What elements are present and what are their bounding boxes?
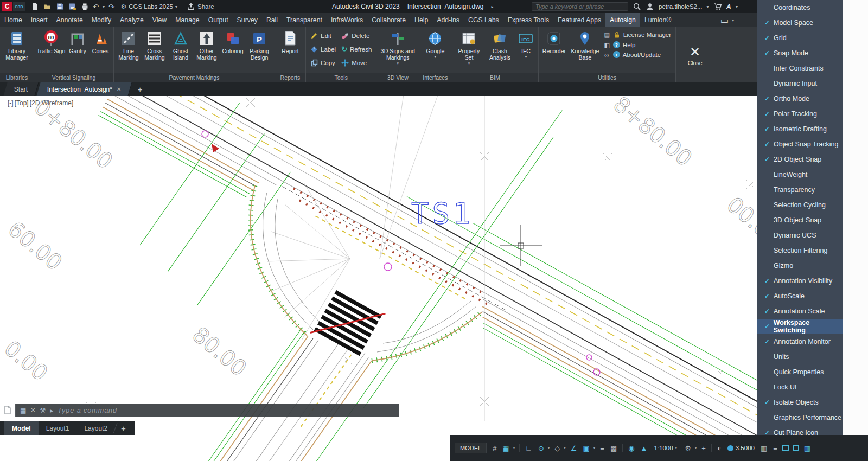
ribbon-tab[interactable]: Modify — [87, 13, 116, 27]
open-folder-icon[interactable] — [43, 2, 52, 11]
copy-button[interactable]: Copy — [310, 56, 336, 69]
autodesk-app-icon[interactable]: A — [726, 3, 731, 11]
new-file-icon[interactable] — [30, 2, 39, 11]
statusbar-menu-item[interactable]: ✓ Workspace Switching — [757, 319, 843, 334]
help-button[interactable]: ? Help — [613, 41, 671, 48]
command-close-icon[interactable]: ✕ — [30, 407, 35, 414]
close-autosign-button[interactable]: ✕ Close — [678, 43, 712, 67]
app-logo-icon[interactable]: C — [2, 2, 12, 11]
cut-plane-control[interactable]: 3.5000 — [725, 445, 757, 451]
statusbar-menu-item[interactable]: Lock UI — [757, 380, 843, 395]
clash-analysis-button[interactable]: Clash Analysis — [484, 28, 515, 61]
object-snap-tracking-icon[interactable]: ∠ — [569, 443, 579, 453]
ribbon-tab[interactable]: Add-ins — [432, 13, 464, 27]
workspace-switcher[interactable]: ⚙ CGS Labs 2025 ▾ — [121, 3, 177, 10]
gantry-button[interactable]: Gantry — [66, 28, 89, 55]
search-icon[interactable] — [633, 2, 641, 11]
transparency-icon[interactable]: ▩ — [608, 443, 619, 453]
label-button[interactable]: Label — [310, 42, 336, 56]
customize-menu-icon[interactable]: ≡ — [771, 443, 780, 453]
statusbar-menu-item[interactable]: ✓ Snap Mode — [757, 46, 843, 61]
search-input[interactable] — [532, 2, 628, 11]
viewport-visual-style-control[interactable]: [2D Wireframe] — [30, 99, 74, 107]
statusbar-menu-item[interactable]: Gizmo — [757, 258, 843, 273]
utility-target-icon[interactable]: ⊙ — [604, 52, 609, 59]
google-button[interactable]: Google ▾ — [421, 28, 449, 58]
ribbon-tab[interactable]: Analyze — [116, 13, 148, 27]
ribbon-tab[interactable]: Insert — [27, 13, 52, 27]
coloring-button[interactable]: Coloring — [220, 28, 246, 55]
statusbar-menu-item[interactable]: ✓ 2D Object Snap — [757, 152, 843, 167]
share-button[interactable]: Share — [187, 2, 214, 11]
statusbar-menu-item[interactable]: Dynamic UCS — [757, 228, 843, 243]
statusbar-menu-item[interactable]: Coordinates — [757, 0, 843, 15]
refresh-button[interactable]: ↻ Refresh — [341, 42, 372, 56]
statusbar-menu-item[interactable]: ✓ Annotation Visibility — [757, 273, 843, 289]
ribbon-collapse-caret-icon[interactable]: ▾ — [732, 18, 734, 23]
ribbon-tab[interactable]: Annotate — [52, 13, 87, 27]
statusbar-menu-item[interactable]: Infer Constraints — [757, 61, 843, 76]
layout-tab[interactable]: Model — [4, 421, 39, 435]
report-button[interactable]: Report — [277, 28, 304, 55]
ribbon-tab[interactable]: Rail — [262, 13, 282, 27]
statusbar-menu-item[interactable]: Graphics Performance — [757, 410, 843, 425]
polar-caret-icon[interactable]: ▾ — [548, 446, 551, 450]
model-space-button[interactable]: MODEL — [455, 443, 487, 453]
monitor-icon[interactable]: ▥ — [802, 443, 813, 453]
ifc-button[interactable]: IFC IFC ▾ — [515, 28, 537, 58]
drawing-status-page-icon[interactable] — [3, 406, 12, 414]
polar-tracking-icon[interactable]: ⊙ — [536, 443, 546, 453]
statusbar-menu-item[interactable]: Quick Properties — [757, 364, 843, 380]
ribbon-tab[interactable]: View — [148, 13, 171, 27]
ribbon-tab[interactable]: Home — [0, 13, 27, 27]
statusbar-menu-item[interactable]: ✓ Annotation Monitor — [757, 334, 843, 349]
plot-printer-icon[interactable] — [80, 2, 89, 11]
ortho-mode-icon[interactable]: ∟ — [523, 443, 534, 453]
license-manager-button[interactable]: License Manager — [613, 31, 671, 39]
statusbar-menu-item[interactable]: ✓ Ortho Mode — [757, 91, 843, 106]
statusbar-menu-item[interactable]: Units — [757, 349, 843, 364]
file-tab-start[interactable]: Start — [3, 82, 39, 96]
annotation-monitor-icon[interactable]: + — [699, 443, 708, 453]
other-marking-button[interactable]: Other Marking — [194, 28, 220, 61]
3d-signs-markings-button[interactable]: 3D Signs and Markings ▾ — [378, 28, 417, 65]
snap-caret-icon[interactable]: ▾ — [513, 446, 516, 450]
statusbar-menu-item[interactable]: 3D Object Snap — [757, 213, 843, 228]
user-caret-icon[interactable]: ▾ — [707, 4, 709, 9]
line-marking-button[interactable]: Line Marking — [116, 28, 142, 61]
apps-caret-icon[interactable]: ▾ — [736, 4, 738, 9]
workspace-switching-icon[interactable]: ⚙ — [682, 443, 693, 453]
statusbar-menu-item[interactable]: ✓ Isolate Objects — [757, 395, 843, 410]
statusbar-menu-item[interactable]: ✓ Polar Tracking — [757, 106, 843, 121]
cones-button[interactable]: Cones — [89, 28, 112, 55]
command-tools-icon[interactable]: ⚒ — [40, 407, 46, 414]
ribbon-tab[interactable]: Collaborate — [367, 13, 410, 27]
traffic-sign-button[interactable]: 80 Traffic Sign — [36, 28, 66, 55]
statusbar-menu-item[interactable]: ✓ Model Space — [757, 15, 843, 30]
new-layout-button[interactable]: + — [116, 421, 131, 435]
statusbar-menu-item[interactable]: ✓ Object Snap Tracking — [757, 137, 843, 152]
isometric-drafting-icon[interactable]: ◇ — [552, 443, 562, 453]
ribbon-tab[interactable]: Help — [410, 13, 432, 27]
recorder-button[interactable]: Recorder — [540, 28, 568, 55]
library-manager-button[interactable]: Library Manager — [2, 28, 32, 61]
ribbon-tab[interactable]: Transparent — [282, 13, 327, 27]
undo-icon[interactable]: ↶ — [93, 3, 99, 11]
grid-display-icon[interactable]: # — [490, 443, 499, 453]
graphics-performance-icon[interactable]: ▥ — [758, 443, 769, 453]
workspace-caret-icon[interactable]: ▾ — [695, 446, 698, 450]
cart-icon[interactable] — [713, 2, 722, 11]
ribbon-tab[interactable]: Manage — [171, 13, 203, 27]
undo-caret-icon[interactable]: ▾ — [103, 4, 105, 9]
ribbon-tab[interactable]: Survey — [233, 13, 262, 27]
close-tab-icon[interactable]: ✕ — [117, 86, 121, 92]
command-customize-icon[interactable]: ▦ — [20, 407, 26, 414]
statusbar-menu-item[interactable]: Selection Cycling — [757, 197, 843, 213]
user-icon[interactable] — [646, 2, 654, 11]
ghost-island-button[interactable]: Ghost Island — [168, 28, 194, 61]
object-snap-icon[interactable]: ▣ — [581, 443, 592, 453]
utility-palette-icon[interactable]: ◧ — [604, 42, 609, 49]
new-tab-button[interactable]: + — [132, 82, 148, 96]
clean-screen-icon[interactable] — [793, 445, 799, 451]
ribbon-tab[interactable]: Autosign — [605, 13, 640, 27]
